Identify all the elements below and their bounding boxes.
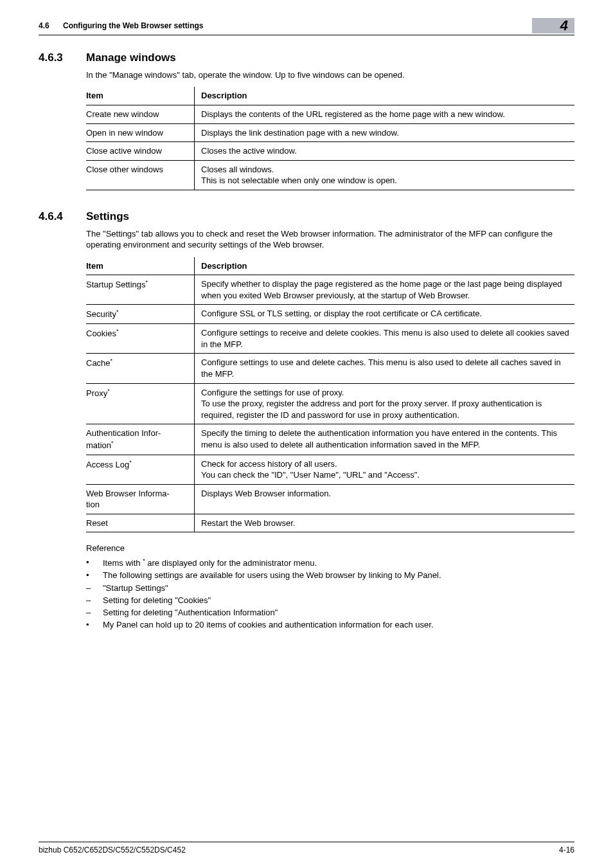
table-cell-item: Create new window bbox=[86, 105, 195, 124]
table-header-item: Item bbox=[86, 87, 195, 105]
table-cell-desc: Closes the active window. bbox=[195, 142, 575, 161]
dash-bullet-icon: – bbox=[86, 607, 99, 619]
footer-right: 4-16 bbox=[559, 845, 574, 855]
section-title: Settings bbox=[86, 210, 129, 224]
table-cell-desc: Configure SSL or TLS setting, or display… bbox=[195, 305, 575, 324]
list-item: –"Startup Settings" bbox=[86, 583, 574, 594]
table-cell-desc: Closes all windows.This is not selectabl… bbox=[195, 160, 575, 190]
table-header-desc: Description bbox=[195, 257, 575, 275]
table-cell-item: Open in new window bbox=[86, 123, 195, 142]
section-number: 4.6.4 bbox=[39, 210, 86, 224]
table-cell-item: Startup Settings* bbox=[86, 275, 195, 305]
table-cell-item: Cookies* bbox=[86, 324, 195, 354]
dot-bullet-icon: • bbox=[86, 570, 99, 581]
asterisk-icon: * bbox=[143, 557, 145, 564]
reference-heading: Reference bbox=[86, 543, 574, 554]
header-left: 4.6 Configuring the Web Browser settings bbox=[39, 21, 204, 31]
section-intro: The "Settings" tab allows you to check a… bbox=[86, 228, 574, 251]
table-row: Cookies*Configure settings to receive an… bbox=[86, 324, 574, 354]
table-cell-item: Web Browser Informa-tion bbox=[86, 484, 195, 514]
table-cell-item: Authentication Infor-mation* bbox=[86, 424, 195, 455]
table-cell-desc: Configure settings to use and delete cac… bbox=[195, 354, 575, 383]
dot-bullet-icon: • bbox=[86, 619, 99, 631]
page-footer: bizhub C652/C652DS/C552/C552DS/C452 4-16 bbox=[39, 842, 574, 855]
page-header: 4.6 Configuring the Web Browser settings… bbox=[39, 18, 574, 35]
table-row: Access Log*Check for access history of a… bbox=[86, 455, 574, 484]
footer-left: bizhub C652/C652DS/C552/C552DS/C452 bbox=[39, 845, 186, 855]
reference-list: •Items with * are displayed only for the… bbox=[86, 557, 574, 631]
table-row: Security*Configure SSL or TLS setting, o… bbox=[86, 305, 574, 324]
table-cell-item: Security* bbox=[86, 305, 195, 324]
table-row: Close other windowsCloses all windows.Th… bbox=[86, 160, 574, 190]
table-cell-desc: Specify whether to display the page regi… bbox=[195, 275, 575, 305]
list-item: •Items with * are displayed only for the… bbox=[86, 557, 574, 570]
table-cell-item: Reset bbox=[86, 514, 195, 532]
table-cell-desc: Displays the contents of the URL registe… bbox=[195, 105, 575, 124]
table-cell-desc: Check for access history of all users.Yo… bbox=[195, 455, 575, 484]
dot-bullet-icon: • bbox=[86, 557, 99, 568]
table-cell-item: Cache* bbox=[86, 354, 195, 383]
table-cell-item: Close other windows bbox=[86, 160, 195, 190]
table-cell-item: Access Log* bbox=[86, 455, 195, 484]
list-item: –Setting for deleting "Cookies" bbox=[86, 595, 574, 606]
list-item: –Setting for deleting "Authentication In… bbox=[86, 607, 574, 619]
table-cell-desc: Displays Web Browser information. bbox=[195, 484, 575, 514]
table-cell-desc: Restart the Web browser. bbox=[195, 514, 575, 532]
section-title: Manage windows bbox=[86, 51, 176, 66]
table-row: Web Browser Informa-tionDisplays Web Bro… bbox=[86, 484, 574, 514]
table-row: Close active windowCloses the active win… bbox=[86, 142, 574, 161]
table-cell-desc: Displays the link destination page with … bbox=[195, 123, 575, 142]
table-cell-item: Close active window bbox=[86, 142, 195, 161]
table-row: Proxy*Configure the settings for use of … bbox=[86, 383, 574, 424]
table-row: Create new windowDisplays the contents o… bbox=[86, 105, 574, 124]
table-cell-desc: Configure the settings for use of proxy.… bbox=[195, 383, 575, 424]
manage-windows-table: Item Description Create new windowDispla… bbox=[86, 87, 574, 190]
table-cell-item: Proxy* bbox=[86, 383, 195, 424]
table-header-item: Item bbox=[86, 257, 195, 275]
table-row: ResetRestart the Web browser. bbox=[86, 514, 574, 532]
list-item: •The following settings are available fo… bbox=[86, 570, 574, 581]
header-section-number: 4.6 bbox=[39, 21, 49, 30]
section-heading-463: 4.6.3 Manage windows bbox=[39, 51, 574, 66]
header-section-title: Configuring the Web Browser settings bbox=[63, 21, 203, 30]
table-cell-desc: Configure settings to receive and delete… bbox=[195, 324, 575, 354]
section-heading-464: 4.6.4 Settings bbox=[39, 210, 574, 224]
table-row: Cache*Configure settings to use and dele… bbox=[86, 354, 574, 383]
table-row: Open in new windowDisplays the link dest… bbox=[86, 123, 574, 142]
table-row: Authentication Infor-mation*Specify the … bbox=[86, 424, 574, 455]
section-intro: In the "Manage windows" tab, operate the… bbox=[86, 69, 574, 81]
table-row: Startup Settings*Specify whether to disp… bbox=[86, 275, 574, 305]
list-item: •My Panel can hold up to 20 items of coo… bbox=[86, 619, 574, 631]
table-header-desc: Description bbox=[195, 87, 575, 105]
dash-bullet-icon: – bbox=[86, 583, 99, 594]
chapter-badge: 4 bbox=[532, 18, 574, 33]
section-number: 4.6.3 bbox=[39, 51, 86, 66]
settings-table: Item Description Startup Settings*Specif… bbox=[86, 257, 574, 533]
table-cell-desc: Specify the timing to delete the authent… bbox=[195, 424, 575, 455]
dash-bullet-icon: – bbox=[86, 595, 99, 606]
